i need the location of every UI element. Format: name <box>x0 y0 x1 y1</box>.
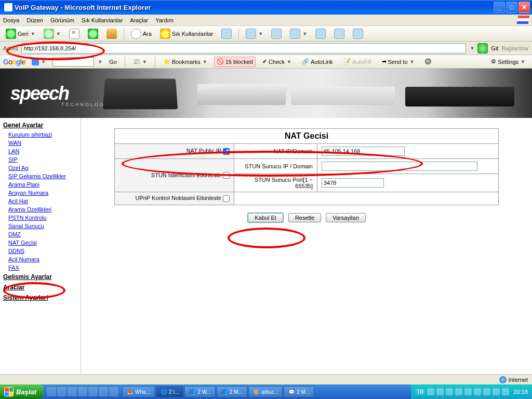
quick-launch-icon[interactable] <box>88 387 98 396</box>
tray-icon[interactable] <box>455 388 462 395</box>
sidebar-item[interactable]: SIP Gelismis Ozellikler <box>3 172 77 180</box>
sendto-button[interactable]: ➡ Send to▼ <box>378 57 418 67</box>
refresh-button[interactable] <box>85 28 101 40</box>
address-input[interactable] <box>21 43 467 54</box>
taskbar-item[interactable]: 📘 2 W... <box>184 386 216 397</box>
stun-server-input[interactable] <box>322 162 477 171</box>
tray-icon[interactable] <box>474 388 481 395</box>
google-news-button[interactable]: 📰▼ <box>129 57 151 67</box>
menu-view[interactable]: Görünüm <box>50 17 74 23</box>
accept-button[interactable]: Kabul Et <box>247 212 284 223</box>
tray-icon[interactable] <box>493 388 500 395</box>
edit-button[interactable]: ▼ <box>287 28 310 40</box>
go-button[interactable] <box>477 43 488 54</box>
sidebar-item[interactable]: DDNS <box>3 247 77 255</box>
history-button[interactable] <box>219 28 234 40</box>
address-label: Adres <box>3 45 18 51</box>
menu-favorites[interactable]: Sık Kullanılanlar <box>82 17 123 23</box>
reset-button[interactable]: Resetle <box>288 213 321 222</box>
tray-icon[interactable] <box>502 388 509 395</box>
discuss-button[interactable] <box>313 28 328 40</box>
start-button[interactable]: Başlat <box>0 384 44 399</box>
refresh-icon <box>88 29 98 39</box>
autofill-button[interactable]: 📝 AutoFill <box>340 57 375 67</box>
menu-tools[interactable]: Araçlar <box>130 17 148 23</box>
sidebar-item[interactable]: PSTN Kontrolu <box>3 214 77 222</box>
sidebar-item[interactable]: Kurulum sihirbazi <box>3 130 77 139</box>
tray-icon[interactable] <box>436 388 444 395</box>
quick-launch-icon[interactable] <box>78 387 87 396</box>
search-button[interactable]: Ara <box>128 28 154 40</box>
nat-public-ip-checkbox[interactable] <box>223 148 230 155</box>
sidebar-item[interactable]: SIP <box>3 155 77 164</box>
taskbar-item[interactable]: 📘 2 M... <box>217 386 247 397</box>
nat-ip-domain-input[interactable] <box>322 147 405 156</box>
clock[interactable]: 20:18 <box>513 389 528 395</box>
sidebar-item[interactable]: Acil Numara <box>3 255 77 263</box>
sidebar-item[interactable]: FAX <box>3 263 77 272</box>
links-label[interactable]: Bağlantılar <box>501 45 529 51</box>
google-more-button[interactable]: 🔘 <box>421 57 435 67</box>
favorites-button[interactable]: Sık Kullanılanlar <box>157 28 216 40</box>
tray-icon[interactable] <box>427 388 434 395</box>
taskbar-item[interactable]: 🎨 adsız... <box>248 386 283 397</box>
autolink-button[interactable]: 🔗 AutoLink <box>298 57 337 67</box>
google-go-button[interactable]: Go <box>105 57 121 67</box>
quick-launch-icon[interactable] <box>57 387 66 396</box>
sidebar-item[interactable]: Arama Plani <box>3 180 77 189</box>
home-icon <box>107 29 117 39</box>
bookmarks-button[interactable]: ⭐ Bookmarks▼ <box>159 57 211 67</box>
tray-icon[interactable] <box>446 388 453 395</box>
menu-edit[interactable]: Düzen <box>26 17 43 23</box>
google-search-input[interactable] <box>52 57 94 66</box>
google-menu[interactable]: ▼ <box>28 57 49 67</box>
home-button[interactable] <box>104 28 119 40</box>
stop-button[interactable] <box>66 28 82 40</box>
close-button[interactable]: ✕ <box>518 2 530 13</box>
sidebar-item[interactable]: Acil Hat <box>3 197 77 205</box>
sidebar-cat-general[interactable]: Genel Ayarlar <box>3 120 77 130</box>
popup-blocked-button[interactable]: 🚫 15 blocked <box>214 57 256 67</box>
stun-port-input[interactable] <box>322 178 384 188</box>
google-search-dropdown[interactable]: ▼ <box>98 59 102 64</box>
language-indicator[interactable]: TR <box>415 389 425 395</box>
print-button[interactable] <box>269 28 284 40</box>
sidebar-cat-advanced[interactable]: Gelismis Ayarlar <box>3 272 77 282</box>
tray-icon[interactable] <box>464 388 472 395</box>
settings-button[interactable]: ⚙ Settings▼ <box>487 57 529 67</box>
default-button[interactable]: Varsayilan <box>326 213 366 222</box>
sidebar-item[interactable]: LAN <box>3 147 77 155</box>
minimize-button[interactable]: _ <box>494 2 505 13</box>
back-button[interactable]: Geri▼ <box>3 28 38 40</box>
forward-button[interactable]: ▼ <box>41 28 63 40</box>
quick-launch-icon[interactable] <box>68 387 77 396</box>
menu-file[interactable]: Dosya <box>3 17 19 23</box>
mail-button[interactable]: ▼ <box>243 28 265 40</box>
sidebar-item[interactable]: WAN <box>3 139 77 147</box>
quick-launch-icon[interactable] <box>99 387 108 396</box>
sidebar-item[interactable]: Sanal Sunucu <box>3 222 77 230</box>
taskbar-item[interactable]: 💬 2 M... <box>284 386 314 397</box>
upnp-checkbox[interactable] <box>223 195 230 202</box>
tray-icon[interactable] <box>483 388 490 395</box>
nat-ip-domain-label: NAT IP/Domain <box>234 144 317 159</box>
sidebar-item-nat-gecisi[interactable]: NAT Gecisi <box>3 238 77 247</box>
taskbar-item[interactable]: 🦊 Wha... <box>122 386 155 397</box>
maximize-button[interactable]: □ <box>506 2 517 13</box>
quick-launch-icon[interactable] <box>47 387 56 396</box>
sidebar-item[interactable]: Ozel Ag <box>3 164 77 172</box>
sidebar-item[interactable]: Arayan Numara <box>3 189 77 197</box>
quick-launch-icon[interactable] <box>109 387 118 396</box>
sidebar-cat-tools[interactable]: Araclar <box>3 282 77 292</box>
address-dropdown[interactable]: ▼ <box>470 46 474 51</box>
spellcheck-button[interactable]: ✔ Check▼ <box>259 57 295 67</box>
sidebar-nav[interactable]: Genel Ayarlar Kurulum sihirbazi WAN LAN … <box>0 118 81 374</box>
sidebar-item[interactable]: DMZ <box>3 230 77 238</box>
taskbar-item[interactable]: 🌐 2 I... <box>156 386 183 397</box>
research-button[interactable] <box>331 28 347 40</box>
menu-help[interactable]: Yardım <box>155 17 174 23</box>
messenger-button[interactable] <box>350 28 366 40</box>
sidebar-item[interactable]: Arama Ozellikleri <box>3 205 77 214</box>
sidebar-cat-system[interactable]: Sistem Ayarlari <box>3 292 77 303</box>
stun-enable-checkbox[interactable] <box>223 172 230 179</box>
